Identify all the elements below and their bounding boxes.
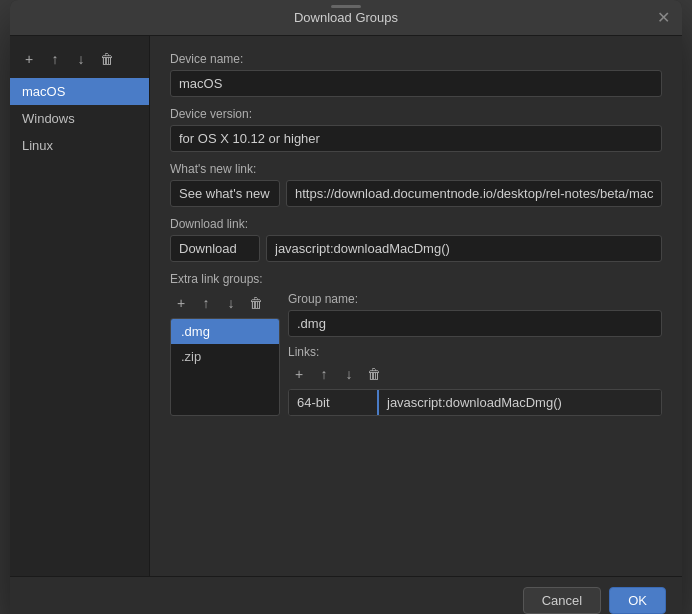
group-name-group: Group name: bbox=[288, 292, 662, 337]
group-item-dmg[interactable]: .dmg bbox=[171, 319, 279, 344]
groups-add-button[interactable]: + bbox=[170, 292, 192, 314]
links-toolbar: + ↑ ↓ 🗑 bbox=[288, 363, 662, 385]
download-link-row bbox=[170, 235, 662, 262]
links-up-button[interactable]: ↑ bbox=[313, 363, 335, 385]
download-link-label: Download link: bbox=[170, 217, 662, 231]
download-link-text-input[interactable] bbox=[170, 235, 260, 262]
drag-handle bbox=[331, 5, 361, 8]
sidebar-item-macos[interactable]: macOS bbox=[10, 78, 149, 105]
whats-new-url-input[interactable] bbox=[286, 180, 662, 207]
device-version-group: Device version: bbox=[170, 107, 662, 152]
link-label-cell: 64-bit bbox=[289, 390, 379, 415]
device-version-label: Device version: bbox=[170, 107, 662, 121]
links-section: Links: + ↑ ↓ 🗑 64-bit javascript:down bbox=[288, 345, 662, 416]
download-link-group: Download link: bbox=[170, 217, 662, 262]
links-add-button[interactable]: + bbox=[288, 363, 310, 385]
whats-new-text-input[interactable] bbox=[170, 180, 280, 207]
ok-button[interactable]: OK bbox=[609, 587, 666, 614]
links-down-button[interactable]: ↓ bbox=[338, 363, 360, 385]
links-table: 64-bit javascript:downloadMacDmg() bbox=[288, 389, 662, 416]
whats-new-label: What's new link: bbox=[170, 162, 662, 176]
group-name-label: Group name: bbox=[288, 292, 662, 306]
download-link-url-input[interactable] bbox=[266, 235, 662, 262]
sidebar-down-button[interactable]: ↓ bbox=[70, 48, 92, 70]
device-version-input[interactable] bbox=[170, 125, 662, 152]
group-detail-panel: Group name: Links: + ↑ ↓ 🗑 bbox=[288, 292, 662, 416]
table-row: 64-bit javascript:downloadMacDmg() bbox=[289, 390, 661, 415]
title-bar: Download Groups ✕ bbox=[10, 0, 682, 36]
extra-link-groups-label: Extra link groups: bbox=[170, 272, 662, 286]
links-delete-button[interactable]: 🗑 bbox=[363, 363, 385, 385]
close-button[interactable]: ✕ bbox=[657, 10, 670, 26]
extra-link-groups-section: Extra link groups: + ↑ ↓ 🗑 .dmg .zip bbox=[170, 272, 662, 416]
sidebar-toolbar: + ↑ ↓ 🗑 bbox=[10, 44, 149, 74]
groups-toolbar: + ↑ ↓ 🗑 bbox=[170, 292, 280, 314]
groups-delete-button[interactable]: 🗑 bbox=[245, 292, 267, 314]
sidebar-item-windows[interactable]: Windows bbox=[10, 105, 149, 132]
whats-new-group: What's new link: bbox=[170, 162, 662, 207]
dialog-title: Download Groups bbox=[294, 10, 398, 25]
extra-groups-container: + ↑ ↓ 🗑 .dmg .zip Group name: bbox=[170, 292, 662, 416]
link-url-cell: javascript:downloadMacDmg() bbox=[379, 390, 661, 415]
links-label: Links: bbox=[288, 345, 662, 359]
dialog-footer: Cancel OK bbox=[10, 576, 682, 614]
groups-list: .dmg .zip bbox=[170, 318, 280, 416]
group-name-input[interactable] bbox=[288, 310, 662, 337]
sidebar-delete-button[interactable]: 🗑 bbox=[96, 48, 118, 70]
cancel-button[interactable]: Cancel bbox=[523, 587, 601, 614]
sidebar-add-button[interactable]: + bbox=[18, 48, 40, 70]
group-item-zip[interactable]: .zip bbox=[171, 344, 279, 369]
groups-down-button[interactable]: ↓ bbox=[220, 292, 242, 314]
groups-list-panel: + ↑ ↓ 🗑 .dmg .zip bbox=[170, 292, 280, 416]
dialog-body: + ↑ ↓ 🗑 macOS Windows Linux Device name:… bbox=[10, 36, 682, 576]
device-name-group: Device name: bbox=[170, 52, 662, 97]
sidebar-item-linux[interactable]: Linux bbox=[10, 132, 149, 159]
groups-up-button[interactable]: ↑ bbox=[195, 292, 217, 314]
download-groups-dialog: Download Groups ✕ + ↑ ↓ 🗑 macOS Windows … bbox=[10, 0, 682, 614]
device-name-label: Device name: bbox=[170, 52, 662, 66]
sidebar: + ↑ ↓ 🗑 macOS Windows Linux bbox=[10, 36, 150, 576]
device-name-input[interactable] bbox=[170, 70, 662, 97]
sidebar-up-button[interactable]: ↑ bbox=[44, 48, 66, 70]
content-panel: Device name: Device version: What's new … bbox=[150, 36, 682, 576]
whats-new-row bbox=[170, 180, 662, 207]
